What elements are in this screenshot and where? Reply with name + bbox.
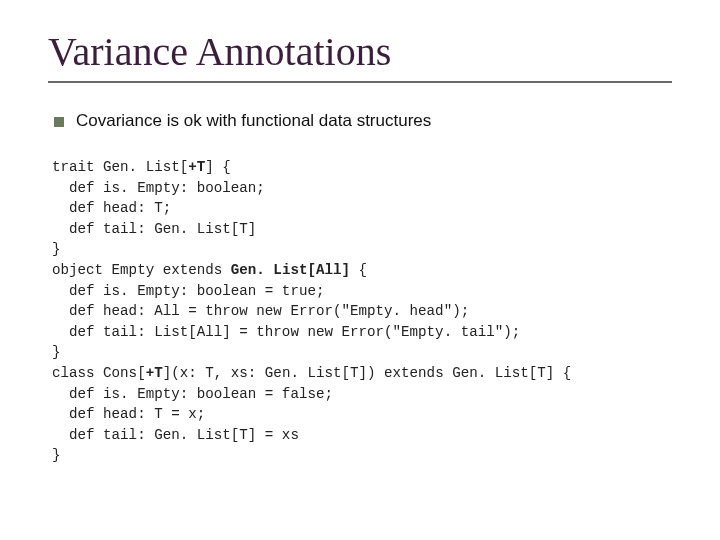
code-line-2: def is. Empty: boolean; <box>52 180 265 196</box>
code-line-9: def tail: List[All] = throw new Error("E… <box>52 324 520 340</box>
code-line-8: def head: All = throw new Error("Empty. … <box>52 303 469 319</box>
code-line-6a: object Empty extends <box>52 262 231 278</box>
code-line-1c: ] { <box>205 159 231 175</box>
code-line-6c: { <box>350 262 367 278</box>
bullet-text: Covariance is ok with functional data st… <box>76 111 431 131</box>
code-line-4: def tail: Gen. List[T] <box>52 221 256 237</box>
code-line-1a: trait Gen. List[ <box>52 159 188 175</box>
code-line-10: } <box>52 344 61 360</box>
slide: Variance Annotations Covariance is ok wi… <box>0 0 720 540</box>
code-line-5: } <box>52 241 61 257</box>
code-line-13: def head: T = x; <box>52 406 205 422</box>
bullet-row: Covariance is ok with functional data st… <box>48 111 672 131</box>
code-line-11c: ](x: T, xs: Gen. List[T]) extends Gen. L… <box>163 365 572 381</box>
code-line-1b: +T <box>188 159 205 175</box>
code-block: trait Gen. List[+T] { def is. Empty: boo… <box>48 157 672 466</box>
code-line-7: def is. Empty: boolean = true; <box>52 283 324 299</box>
title-underline <box>48 81 672 83</box>
code-line-14: def tail: Gen. List[T] = xs <box>52 427 299 443</box>
code-line-11b: +T <box>146 365 163 381</box>
code-line-12: def is. Empty: boolean = false; <box>52 386 333 402</box>
code-line-6b: Gen. List[All] <box>231 262 350 278</box>
code-line-3: def head: T; <box>52 200 171 216</box>
square-bullet-icon <box>54 117 64 127</box>
slide-title: Variance Annotations <box>48 28 672 75</box>
code-line-15: } <box>52 447 61 463</box>
code-line-11a: class Cons[ <box>52 365 146 381</box>
